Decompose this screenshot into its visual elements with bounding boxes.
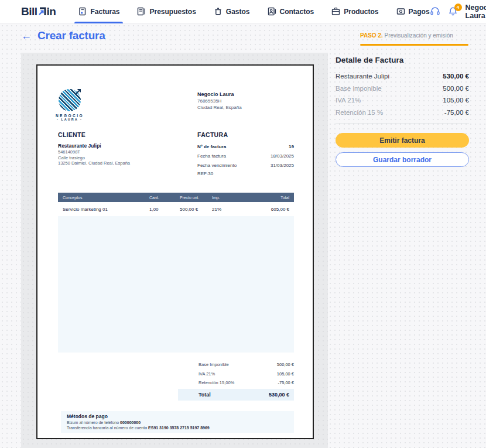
- detail-label: Base imponible: [336, 85, 382, 92]
- invoice-page: NEGOCIO - LAURA - Negocio Laura 76865535…: [36, 64, 314, 439]
- save-draft-button[interactable]: Guardar borrador: [336, 152, 469, 167]
- detail-row-client: Restaurante Julipi 530,00 €: [336, 70, 469, 83]
- invoice-icon: [78, 7, 87, 16]
- total-value: 530,00 €: [269, 392, 289, 398]
- detail-label: Retención 15 %: [336, 109, 383, 116]
- payment-line1-number: 000000000: [120, 420, 141, 425]
- totals-row-retencion: Retención 15,00% -75,00 €: [198, 378, 294, 388]
- main-nav: Facturas Presupuestos Gastos: [78, 0, 429, 23]
- line-items-empty-area: [58, 216, 294, 353]
- totals-row-iva: IVA 21% 105,00 €: [198, 370, 294, 379]
- client-heading: CLIENTE: [58, 131, 85, 138]
- invoice-total-row: Total 530,00 €: [178, 389, 294, 401]
- client-tax-id: 54614098T: [58, 149, 130, 155]
- payment-line2-text: Transferencia bancaria al número de cuen…: [67, 426, 148, 430]
- step-progress-bar: [360, 44, 468, 46]
- cell-cant: 1,00: [149, 207, 180, 212]
- nav-item-contactos[interactable]: Contactos: [268, 0, 314, 23]
- payment-line-bizum: Bizum al número de teléfono 000000000: [67, 420, 288, 425]
- business-tax-id: 76865535H: [197, 98, 242, 104]
- nav-item-facturas[interactable]: Facturas: [78, 0, 119, 23]
- detail-row-retencion: Retención 15 % -75,00 €: [336, 107, 469, 119]
- client-address2: 13250 Daimiel, Ciudad Real, España: [58, 160, 130, 166]
- nav-item-gastos[interactable]: Gastos: [214, 0, 250, 23]
- payment-line1-text: Bizum al número de teléfono: [67, 420, 120, 425]
- payment-line-transfer: Transferencia bancaria al número de cuen…: [67, 425, 288, 430]
- detail-label: Restaurante Julipi: [336, 73, 389, 80]
- step-indicator: PASO 2. Previsualización y emisión: [360, 32, 468, 46]
- invoice-meta: Nº de factura 19 Fecha factura 18/03/202…: [197, 142, 294, 170]
- meta-row-number: Nº de factura 19: [197, 142, 294, 151]
- meta-label: Fecha vencimiento: [197, 163, 237, 168]
- totals-label: Base Imponible: [198, 362, 229, 367]
- detail-label: IVA 21%: [336, 97, 361, 104]
- expenses-icon: [214, 7, 223, 16]
- detail-row-base: Base imponible 500,00 €: [336, 83, 469, 95]
- cell-imp: 21%: [212, 207, 246, 212]
- logo-text-line1: NEGOCIO: [52, 114, 88, 118]
- invoice-logo: NEGOCIO - LAURA -: [52, 89, 88, 121]
- step-text: Previsualización y emisión: [383, 32, 453, 39]
- headset-icon: [430, 6, 440, 16]
- col-total: Total: [246, 196, 289, 200]
- detail-value: -75,00 €: [444, 109, 469, 116]
- totals-value: 500,00 €: [277, 362, 294, 367]
- detail-divider: [336, 123, 469, 124]
- totals-value: -75,00 €: [278, 380, 294, 385]
- notifications-button[interactable]: 4: [448, 6, 458, 16]
- logo-arrow-icon: [74, 87, 82, 95]
- col-precio: Precio uni.: [180, 196, 212, 200]
- cell-total: 605,00 €: [246, 207, 289, 212]
- meta-label: Fecha factura: [197, 153, 226, 159]
- cell-concepto: Servicio marketing 01: [63, 207, 149, 212]
- billin-logo-text-right: in: [47, 5, 56, 18]
- page-title: Crear factura: [37, 29, 105, 42]
- invoice-totals: Base Imponible 500,00 € IVA 21% 105,00 €…: [198, 360, 294, 388]
- nav-label-contactos: Contactos: [280, 8, 314, 16]
- detail-value: 500,00 €: [443, 85, 469, 92]
- nav-item-pagos[interactable]: Pagos: [396, 0, 430, 23]
- invoice-preview-area: NEGOCIO - LAURA - Negocio Laura 76865535…: [21, 53, 328, 448]
- detail-panel-title: Detalle de Factura: [336, 56, 469, 64]
- meta-row-date: Fecha factura 18/03/2025: [197, 151, 294, 160]
- billin-logo[interactable]: Bill in: [21, 5, 56, 18]
- meta-value: 18/03/2025: [271, 153, 294, 159]
- nav-item-presupuestos[interactable]: Presupuestos: [137, 0, 196, 23]
- meta-row-due: Fecha vencimiento 31/03/2025: [197, 160, 294, 170]
- business-info: Negocio Laura 76865535H Ciudad Real, Esp…: [197, 91, 242, 111]
- page-header: ← Crear factura: [21, 29, 105, 42]
- support-headset-button[interactable]: [430, 6, 440, 16]
- totals-label: Retención 15,00%: [198, 380, 234, 385]
- totals-label: IVA 21%: [198, 371, 215, 377]
- totals-row-base: Base Imponible 500,00 €: [198, 360, 294, 370]
- line-items-header: Conceptos Cant. Precio uni. Imp. Total: [58, 193, 294, 202]
- payment-line2-iban: ES91 3190 3578 2715 5197 8969: [148, 426, 210, 430]
- factura-heading: FACTURA: [197, 131, 228, 138]
- back-button[interactable]: ←: [21, 30, 32, 41]
- cell-precio: 500,00 €: [180, 207, 212, 212]
- nav-label-facturas: Facturas: [90, 8, 119, 16]
- payment-heading: Métodos de pago: [67, 413, 288, 420]
- detail-panel: Detalle de Factura Restaurante Julipi 53…: [336, 56, 469, 167]
- step-label: PASO 2.: [360, 32, 383, 39]
- payments-icon: [396, 7, 405, 16]
- detail-value: 105,00 €: [443, 97, 469, 104]
- negocio-laura-logo-icon: [59, 89, 81, 111]
- user-name: Negocio Laura: [466, 4, 486, 20]
- business-name: Negocio Laura: [197, 91, 242, 98]
- billin-logo-text-left: Bill: [21, 5, 37, 18]
- contacts-icon: [268, 7, 276, 16]
- nav-item-productos[interactable]: Productos: [331, 0, 378, 23]
- meta-value: 31/03/2025: [271, 163, 294, 168]
- detail-value: 530,00 €: [443, 73, 469, 80]
- payment-methods: Métodos de pago Bizum al número de teléf…: [61, 411, 294, 433]
- detail-row-iva: IVA 21% 105,00 €: [336, 94, 469, 107]
- products-icon: [331, 7, 340, 16]
- emit-invoice-button[interactable]: Emitir factura: [336, 133, 469, 148]
- nav-label-gastos: Gastos: [226, 8, 250, 16]
- col-imp: Imp.: [212, 196, 246, 200]
- client-info: Restaurante Julipi 54614098T Calle trasi…: [58, 142, 130, 166]
- meta-value: 19: [289, 144, 294, 149]
- col-cant: Cant.: [149, 196, 180, 200]
- nav-label-productos: Productos: [344, 8, 378, 16]
